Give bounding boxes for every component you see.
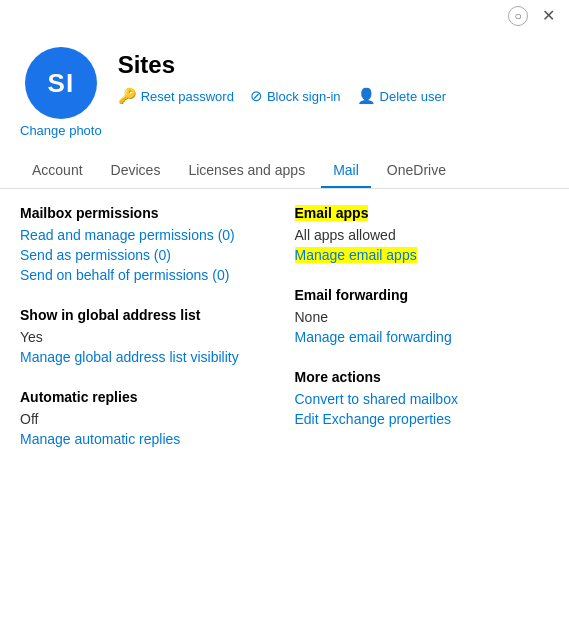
tab-devices[interactable]: Devices: [99, 154, 173, 188]
reset-password-button[interactable]: 🔑 Reset password: [118, 87, 234, 105]
automatic-replies-value: Off: [20, 411, 275, 427]
send-on-behalf-permissions-link[interactable]: Send on behalf of permissions (0): [20, 267, 275, 283]
manage-email-forwarding-link[interactable]: Manage email forwarding: [295, 329, 550, 345]
email-apps-title-wrapper: Email apps: [295, 205, 550, 221]
delete-user-button[interactable]: 👤 Delete user: [357, 87, 446, 105]
global-address-section: Show in global address list Yes Manage g…: [20, 307, 275, 365]
read-manage-permissions-link[interactable]: Read and manage permissions (0): [20, 227, 275, 243]
global-address-title: Show in global address list: [20, 307, 275, 323]
block-signin-label: Block sign-in: [267, 89, 341, 104]
tab-mail[interactable]: Mail: [321, 154, 371, 188]
mailbox-permissions-title: Mailbox permissions: [20, 205, 275, 221]
email-apps-title: Email apps: [295, 205, 369, 221]
automatic-replies-section: Automatic replies Off Manage automatic r…: [20, 389, 275, 447]
more-actions-title: More actions: [295, 369, 550, 385]
convert-shared-mailbox-link[interactable]: Convert to shared mailbox: [295, 391, 550, 407]
more-actions-section: More actions Convert to shared mailbox E…: [295, 369, 550, 427]
email-forwarding-section: Email forwarding None Manage email forwa…: [295, 287, 550, 345]
right-column: Email apps All apps allowed Manage email…: [295, 205, 550, 471]
send-as-permissions-link[interactable]: Send as permissions (0): [20, 247, 275, 263]
user-info: Sites 🔑 Reset password ⊘ Block sign-in 👤…: [118, 47, 446, 105]
close-button[interactable]: ✕: [536, 4, 561, 27]
global-address-value: Yes: [20, 329, 275, 345]
title-bar: ○ ✕: [0, 0, 569, 31]
header-section: SI Change photo Sites 🔑 Reset password ⊘…: [0, 31, 569, 146]
tab-account[interactable]: Account: [20, 154, 95, 188]
left-column: Mailbox permissions Read and manage perm…: [20, 205, 295, 471]
reset-password-label: Reset password: [141, 89, 234, 104]
tab-licenses-apps[interactable]: Licenses and apps: [176, 154, 317, 188]
minimize-button[interactable]: ○: [508, 6, 528, 26]
avatar: SI: [25, 47, 97, 119]
mailbox-permissions-section: Mailbox permissions Read and manage perm…: [20, 205, 275, 283]
delete-user-label: Delete user: [380, 89, 446, 104]
reset-password-icon: 🔑: [118, 87, 137, 105]
avatar-area: SI Change photo: [20, 47, 102, 138]
manage-global-address-link[interactable]: Manage global address list visibility: [20, 349, 275, 365]
block-signin-icon: ⊘: [250, 87, 263, 105]
manage-automatic-replies-link[interactable]: Manage automatic replies: [20, 431, 275, 447]
email-forwarding-value: None: [295, 309, 550, 325]
email-forwarding-title: Email forwarding: [295, 287, 550, 303]
content-area: Mailbox permissions Read and manage perm…: [0, 189, 569, 487]
automatic-replies-title: Automatic replies: [20, 389, 275, 405]
edit-exchange-properties-link[interactable]: Edit Exchange properties: [295, 411, 550, 427]
user-name: Sites: [118, 51, 446, 79]
block-signin-button[interactable]: ⊘ Block sign-in: [250, 87, 341, 105]
email-apps-section: Email apps All apps allowed Manage email…: [295, 205, 550, 263]
change-photo-link[interactable]: Change photo: [20, 123, 102, 138]
email-apps-value: All apps allowed: [295, 227, 550, 243]
tab-onedrive[interactable]: OneDrive: [375, 154, 458, 188]
delete-user-icon: 👤: [357, 87, 376, 105]
manage-email-apps-wrapper: Manage email apps: [295, 247, 550, 263]
action-buttons: 🔑 Reset password ⊘ Block sign-in 👤 Delet…: [118, 87, 446, 105]
manage-email-apps-link[interactable]: Manage email apps: [295, 247, 417, 263]
nav-tabs: Account Devices Licenses and apps Mail O…: [0, 154, 569, 189]
